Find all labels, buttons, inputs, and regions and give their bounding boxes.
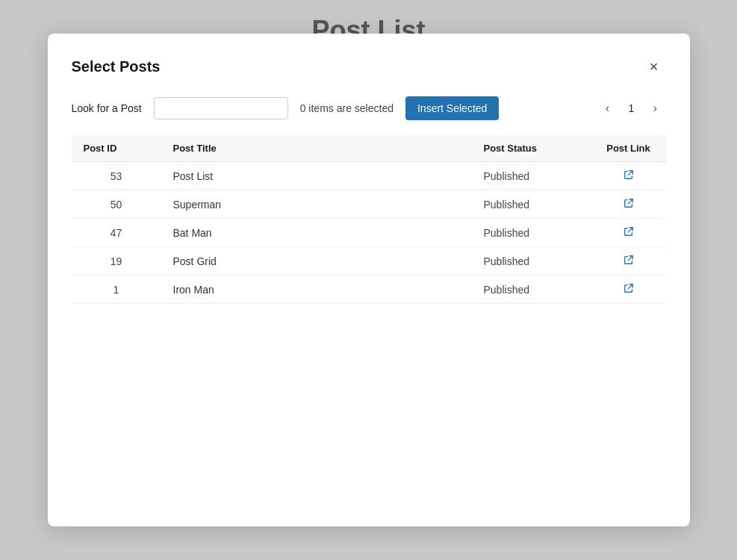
cell-post-title: Bat Man [161, 219, 472, 247]
toolbar: Look for a Post 0 items are selected Ins… [72, 96, 666, 120]
cell-post-title: Post List [161, 162, 472, 190]
cell-post-id: 19 [72, 247, 161, 276]
pagination: ‹ 1 › [597, 98, 666, 119]
cell-post-id: 47 [72, 219, 161, 247]
cell-post-title: Iron Man [161, 276, 472, 304]
cell-post-link[interactable] [591, 247, 666, 276]
external-link-icon[interactable] [624, 283, 634, 296]
cell-post-status: Published [472, 190, 591, 219]
col-post-status: Post Status [472, 135, 591, 162]
cell-post-status: Published [472, 247, 591, 276]
col-post-id: Post ID [72, 135, 161, 162]
table-row[interactable]: 50SupermanPublished [72, 190, 666, 219]
search-input[interactable] [154, 97, 288, 119]
cell-post-id: 1 [72, 276, 161, 304]
table-header: Post ID Post Title Post Status Post Link [72, 135, 666, 162]
modal-header: Select Posts × [72, 55, 666, 78]
selected-count: 0 items are selected [300, 102, 394, 114]
look-label: Look for a Post [72, 102, 142, 114]
cell-post-id: 53 [72, 162, 161, 190]
table-body: 53Post ListPublished 50SupermanPublished… [72, 162, 666, 304]
posts-table: Post ID Post Title Post Status Post Link… [72, 135, 666, 304]
col-post-link: Post Link [591, 135, 666, 162]
col-post-title: Post Title [161, 135, 472, 162]
table-row[interactable]: 1Iron ManPublished [72, 276, 666, 304]
prev-page-button[interactable]: ‹ [597, 98, 618, 119]
external-link-icon[interactable] [624, 198, 634, 211]
next-page-button[interactable]: › [645, 98, 666, 119]
table-row[interactable]: 19Post GridPublished [72, 247, 666, 276]
cell-post-link[interactable] [591, 219, 666, 247]
cell-post-link[interactable] [591, 162, 666, 190]
cell-post-status: Published [472, 219, 591, 247]
cell-post-title: Superman [161, 190, 472, 219]
chevron-left-icon: ‹ [606, 102, 609, 115]
cell-post-link[interactable] [591, 190, 666, 219]
select-posts-modal: Select Posts × Look for a Post 0 items a… [48, 34, 690, 526]
cell-post-id: 50 [72, 190, 161, 219]
cell-post-status: Published [472, 276, 591, 304]
table-header-row: Post ID Post Title Post Status Post Link [72, 135, 666, 162]
modal-overlay: Select Posts × Look for a Post 0 items a… [0, 0, 737, 560]
modal-title: Select Posts [72, 58, 161, 75]
cell-post-status: Published [472, 162, 591, 190]
chevron-right-icon: › [653, 102, 657, 115]
insert-selected-button[interactable]: Insert Selected [405, 96, 499, 120]
page-number: 1 [624, 102, 639, 114]
table-row[interactable]: 47Bat ManPublished [72, 219, 666, 247]
cell-post-link[interactable] [591, 276, 666, 304]
table-row[interactable]: 53Post ListPublished [72, 162, 666, 190]
external-link-icon[interactable] [624, 169, 634, 182]
external-link-icon[interactable] [624, 226, 634, 239]
cell-post-title: Post Grid [161, 247, 472, 276]
close-button[interactable]: × [642, 55, 666, 78]
external-link-icon[interactable] [624, 255, 634, 267]
